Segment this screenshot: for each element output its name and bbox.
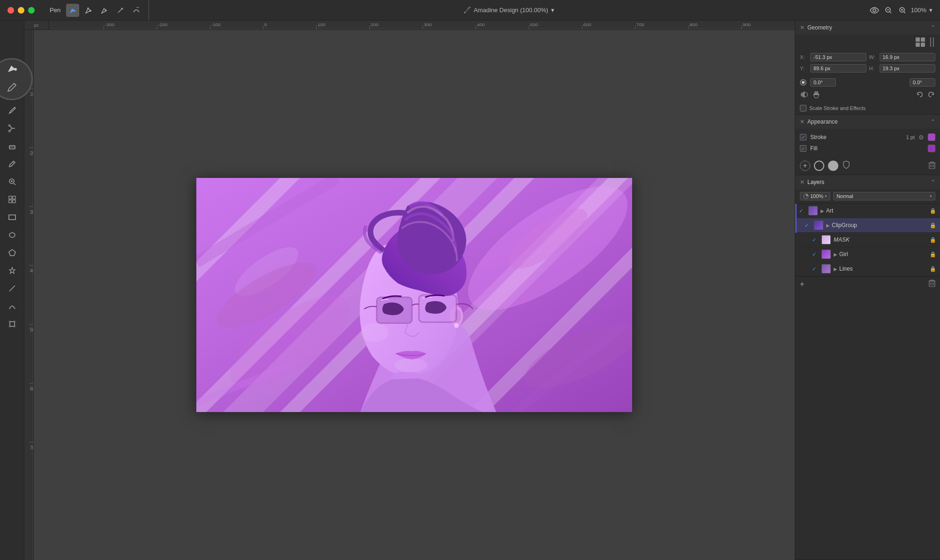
svg-rect-13 [13, 196, 15, 199]
stroke-settings-button[interactable]: ⚙ [918, 134, 924, 141]
flip-row [795, 88, 940, 102]
stroke-checkbox[interactable]: ✓ [800, 134, 806, 140]
minimize-button[interactable] [18, 7, 24, 14]
canvas-content[interactable] [34, 30, 795, 560]
layer-visibility-art[interactable]: ✓ [799, 208, 806, 214]
eraser-tool[interactable] [4, 138, 21, 155]
layer-lock-art[interactable]: 🔒 [930, 208, 936, 214]
layers-expand-icon[interactable]: ⌃ [931, 179, 935, 185]
appearance-close-icon[interactable]: ✕ [800, 118, 805, 125]
close-button[interactable] [7, 7, 14, 14]
layer-lock-girl[interactable]: 🔒 [930, 251, 936, 258]
pen-tool-button[interactable] [66, 4, 79, 17]
maximize-button[interactable] [28, 7, 35, 14]
w-input[interactable]: 16.9 px [880, 53, 936, 61]
delete-layer-button[interactable] [929, 280, 935, 288]
blend-mode-value: Normal [836, 193, 853, 199]
h-input[interactable]: 19.3 px [880, 64, 936, 73]
redo-button[interactable] [927, 90, 935, 100]
layer-expand-clip[interactable]: ▶ [826, 223, 830, 228]
zoom-out-button[interactable] [883, 5, 894, 16]
polygon-tool[interactable] [4, 244, 21, 261]
geometry-snap-icons [916, 37, 935, 48]
svg-text:-300: -300 [105, 22, 114, 27]
artwork-canvas[interactable] [196, 178, 632, 412]
layer-visibility-mask[interactable]: ✓ [812, 237, 820, 243]
snap-line-icon[interactable] [929, 37, 935, 48]
appearance-expand-icon[interactable]: ⌃ [931, 118, 935, 125]
ellipse-tool[interactable] [4, 227, 21, 243]
layer-item-wrap-clipgroup: ✓ ▶ ClipGroup 🔒 [795, 218, 940, 233]
eye-toggle-button[interactable] [869, 5, 880, 16]
layer-visibility-lines[interactable]: ✓ [812, 266, 820, 272]
layer-lock-lines[interactable]: 🔒 [930, 266, 936, 272]
fill-label: Fill [810, 145, 865, 152]
geometry-expand-icon[interactable]: ⌃ [931, 24, 935, 31]
titlebar-right: 100% ▾ [869, 5, 940, 16]
layer-item-girl[interactable]: ✓ ▶ Girl 🔒 [795, 247, 940, 262]
y-input[interactable]: 89.6 px [810, 64, 866, 73]
zoom-dropdown-button[interactable]: ▾ [929, 7, 933, 14]
layer-item-art[interactable]: ✓ ▶ Art 🔒 [795, 204, 940, 218]
layer-visibility-clip[interactable]: ✓ [805, 222, 812, 228]
add-appearance-button[interactable]: + [800, 161, 810, 171]
corner-pen-tool-button[interactable] [98, 4, 111, 17]
layers-list: ✓ ▶ Art 🔒 ✓ ▶ ClipGroup 🔒 [795, 204, 940, 276]
fill-checkbox[interactable]: ✓ [800, 145, 806, 152]
flip-v-button[interactable] [812, 90, 821, 100]
w-label: W: [869, 54, 878, 60]
delete-appearance-button[interactable] [929, 162, 935, 170]
layer-lock-clip[interactable]: 🔒 [930, 222, 936, 228]
pencil-tool[interactable] [4, 102, 21, 119]
layer-item-clipgroup[interactable]: ✓ ▶ ClipGroup 🔒 [795, 218, 940, 233]
svg-text:300: 300 [424, 22, 432, 27]
fill-color-swatch[interactable] [928, 145, 935, 152]
skew-h-input[interactable]: 0.0° [910, 78, 935, 87]
layers-header-left: ✕ Layers [800, 179, 824, 185]
appearance-header[interactable]: ✕ Appearance ⌃ [795, 115, 940, 129]
rotation-input[interactable]: 0.0° [810, 78, 836, 87]
geometry-close-icon[interactable]: ✕ [800, 24, 805, 31]
layers-close-icon[interactable]: ✕ [800, 179, 805, 185]
x-input[interactable]: -51.3 px [810, 53, 866, 61]
layer-expand-lines[interactable]: ▶ [834, 266, 837, 272]
curve-tool[interactable] [4, 298, 21, 315]
flip-h-button[interactable] [800, 90, 808, 100]
direction-tool-button[interactable] [114, 4, 127, 17]
layer-lock-mask[interactable]: 🔒 [930, 237, 936, 243]
arc-tool-button[interactable] [130, 4, 143, 17]
blend-mode-select[interactable]: Normal ▾ [833, 192, 935, 200]
rectangle-tool[interactable] [4, 209, 21, 226]
scissors-tool[interactable] [4, 120, 21, 137]
layer-item-lines[interactable]: ✓ ▶ Lines 🔒 [795, 262, 940, 276]
artboard-tool[interactable] [4, 316, 21, 332]
scale-checkbox[interactable] [800, 105, 806, 111]
pencil-quick-tool[interactable] [6, 81, 18, 96]
zoom-in-button[interactable] [897, 5, 908, 16]
eyedropper-tool[interactable] [4, 155, 21, 172]
svg-rect-20 [10, 322, 15, 326]
layer-item-mask[interactable]: ✓ MASK 🔒 [795, 233, 940, 247]
smooth-pen-tool-button[interactable] [82, 4, 95, 17]
opacity-control[interactable]: 100% ▾ [800, 192, 830, 200]
title-dropdown-arrow[interactable]: ▾ [551, 7, 554, 14]
svg-text:400: 400 [477, 22, 485, 27]
pen-quick-tool[interactable] [5, 62, 18, 78]
stroke-value[interactable]: 1 pt [906, 134, 915, 140]
opacity-dropdown[interactable]: ▾ [825, 194, 827, 199]
zoom-tool[interactable] [4, 173, 21, 190]
layers-header[interactable]: ✕ Layers ⌃ [795, 175, 940, 189]
rotation-dial[interactable] [800, 79, 806, 86]
layer-expand-art[interactable]: ▶ [821, 208, 824, 214]
snap-grid-icon[interactable] [916, 37, 925, 47]
layer-expand-girl[interactable]: ▶ [834, 252, 837, 257]
mask-button[interactable] [842, 161, 850, 171]
geometry-header[interactable]: ✕ Geometry ⌃ [795, 21, 940, 35]
grid-tool[interactable] [4, 191, 21, 208]
star-tool[interactable] [4, 262, 21, 279]
line-tool[interactable] [4, 280, 21, 297]
add-layer-button[interactable]: + [800, 280, 804, 288]
stroke-color-swatch[interactable] [928, 133, 935, 141]
undo-button[interactable] [916, 90, 924, 100]
layer-visibility-girl[interactable]: ✓ [812, 251, 820, 258]
